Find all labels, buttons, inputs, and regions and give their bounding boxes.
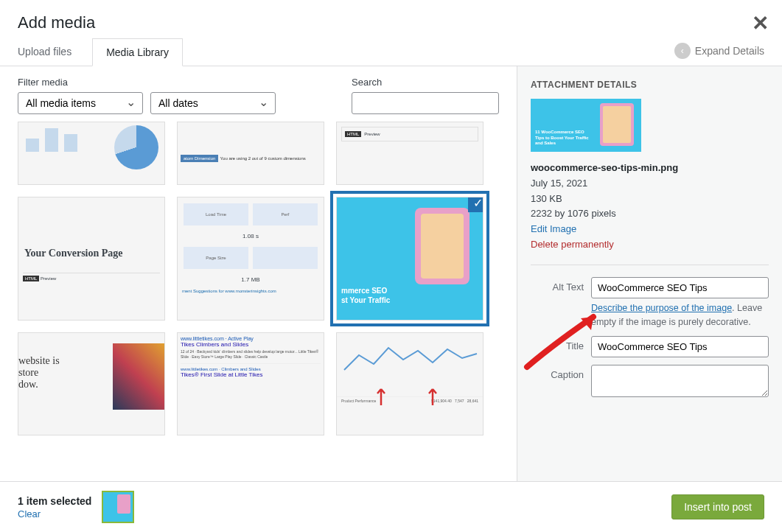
attachment-details-panel: ATTACHMENT DETAILS 11 WooCommerce SEOTip…	[517, 66, 782, 481]
media-item[interactable]: website is store dow.	[18, 332, 165, 435]
alt-text-help: Describe the purpose of the image. Leave…	[591, 301, 769, 329]
media-item-selected[interactable]: mmerce SEO st Your Traffic ✓	[336, 197, 483, 321]
attachment-details-heading: ATTACHMENT DETAILS	[531, 80, 769, 90]
gallery-scroll[interactable]: atom Dimension You are using 2 out of 9 …	[0, 122, 517, 481]
left-pane: Filter media All media items All dates	[0, 66, 517, 481]
selected-count: 1 item selected	[18, 495, 91, 507]
attachment-dimensions: 2232 by 1076 pixels	[531, 206, 769, 222]
tabs-row: Upload files Media Library ‹ Expand Deta…	[0, 38, 782, 66]
attachment-size: 130 KB	[531, 192, 769, 207]
search-group: Search	[352, 77, 499, 114]
chevron-left-icon: ‹	[674, 43, 691, 59]
title-row: Title	[531, 336, 769, 357]
media-item[interactable]: Your Conversion Page HTML Preview	[18, 197, 165, 321]
caption-input[interactable]	[591, 365, 769, 397]
modal-title: Add media	[18, 13, 764, 32]
media-item[interactable]	[18, 122, 165, 185]
insert-into-post-button[interactable]: Insert into post	[671, 494, 764, 519]
filters-bar: Filter media All media items All dates	[0, 66, 517, 122]
edit-image-link[interactable]: Edit Image	[531, 222, 769, 237]
thumb-text: st Your Traffic	[341, 296, 390, 304]
content-area: Filter media All media items All dates	[0, 66, 782, 481]
alt-text-input[interactable]	[591, 277, 769, 298]
attachment-preview: 11 WooCommerce SEOTips to Boost Your Tra…	[531, 99, 641, 152]
filter-media-label: Filter media	[18, 77, 276, 88]
media-item[interactable]: Product Performance$141,904.40 7,547 28,…	[336, 332, 483, 435]
filter-dates-select[interactable]: All dates	[150, 92, 276, 114]
media-item[interactable]: HTMLPreview	[336, 122, 483, 185]
caption-row: Caption	[531, 365, 769, 399]
selected-thumbnail[interactable]	[102, 491, 134, 523]
alt-help-link[interactable]: Describe the purpose of the image	[591, 303, 732, 313]
media-gallery: atom Dimension You are using 2 out of 9 …	[18, 122, 511, 435]
filter-media-type-select[interactable]: All media items	[18, 92, 143, 114]
delete-permanently-link[interactable]: Delete permanently	[531, 237, 769, 253]
filter-media-group: Filter media All media items All dates	[18, 77, 276, 114]
media-item[interactable]: Load Time Perf 1.08 s Page Size 1.7 MB m…	[177, 197, 324, 321]
media-item[interactable]: atom Dimension You are using 2 out of 9 …	[177, 122, 324, 185]
expand-details-label: Expand Details	[695, 45, 764, 57]
divider	[531, 265, 769, 265]
attachment-date: July 15, 2021	[531, 176, 769, 192]
clear-selection-link[interactable]: Clear	[18, 508, 91, 519]
title-input[interactable]	[591, 336, 769, 357]
modal-footer: 1 item selected Clear Insert into post	[0, 481, 782, 532]
search-label: Search	[352, 77, 499, 88]
thumb-text: mmerce SEO	[341, 287, 387, 295]
media-item[interactable]: www.littletikes.com · Active Play Tikes …	[177, 332, 324, 435]
tab-media-library[interactable]: Media Library	[92, 38, 183, 66]
title-label: Title	[531, 336, 584, 351]
modal-header: Add media ✕	[0, 0, 782, 38]
close-icon[interactable]: ✕	[752, 13, 769, 34]
caption-label: Caption	[531, 365, 584, 380]
tab-upload-files[interactable]: Upload files	[18, 38, 85, 66]
attachment-filename: woocommerce-seo-tips-min.png	[531, 161, 769, 176]
selection-info: 1 item selected Clear	[18, 491, 134, 523]
expand-details-button[interactable]: ‹ Expand Details	[674, 43, 764, 59]
alt-text-label: Alt Text	[531, 277, 584, 293]
search-input[interactable]	[352, 92, 499, 114]
alt-text-row: Alt Text Describe the purpose of the ima…	[531, 277, 769, 329]
checkmark-icon[interactable]: ✓	[468, 197, 483, 212]
media-modal: Add media ✕ Upload files Media Library ‹…	[0, 0, 782, 532]
